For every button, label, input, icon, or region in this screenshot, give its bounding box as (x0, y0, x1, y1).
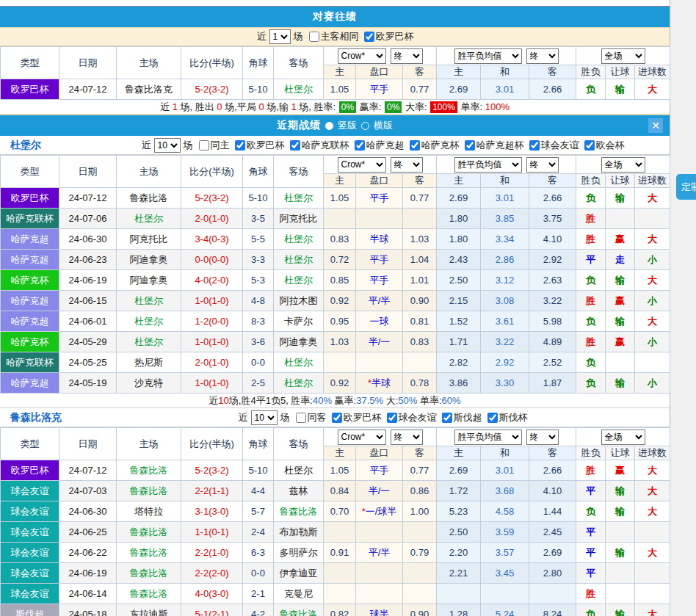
type-cell: 欧罗巴杯 (1, 460, 59, 481)
layout-radio-horizontal[interactable]: 横版 (361, 119, 393, 132)
league-checkbox[interactable]: 斯伐超 (442, 411, 482, 424)
vertical-layout-label: 竖版 (338, 119, 357, 132)
table-row: 哈萨克联杯24-05-25热尼斯2-0(1-0)0-0杜堡尔2.822.922.… (1, 352, 670, 373)
league-checkbox[interactable]: 球会友谊 (387, 411, 437, 424)
checkbox-icon[interactable] (309, 32, 319, 42)
avg-home-cell: 2.50 (437, 270, 481, 291)
score-cell: 5-2(3-2) (181, 188, 243, 209)
near-count-select[interactable]: 1 (269, 29, 291, 44)
checkbox-icon[interactable] (199, 140, 209, 151)
date-cell: 24-07-12 (59, 460, 117, 481)
final-select-2[interactable]: 终 (526, 430, 559, 445)
checkbox-icon[interactable] (355, 140, 365, 151)
crow-select[interactable]: Crow* (338, 157, 386, 173)
checkbox-icon[interactable] (487, 413, 498, 423)
avg-home-cell: 2.69 (437, 460, 481, 481)
league-checkbox[interactable]: 欧会杯 (584, 139, 625, 152)
scope-select[interactable]: 全场 (601, 157, 645, 173)
type-header: 类型 (1, 156, 59, 188)
crow-away-odds-cell: 0.78 (403, 373, 437, 394)
avg-select[interactable]: 胜平负均值 (454, 430, 522, 445)
crow-home-odds-cell (324, 352, 356, 373)
league-checkbox[interactable]: 哈萨克杯 (410, 139, 460, 152)
final-select-2[interactable]: 终 (526, 157, 559, 173)
checkbox-icon[interactable] (290, 140, 300, 151)
league-checkbox[interactable]: 欧罗巴杯 (364, 30, 414, 43)
checkbox-icon[interactable] (442, 413, 452, 423)
radio-unselected-icon[interactable] (361, 122, 369, 130)
checkbox-icon[interactable] (465, 140, 475, 151)
checkbox-icon[interactable] (332, 413, 342, 423)
league-checkbox[interactable]: 哈萨克联杯 (290, 139, 349, 152)
layout-radio-vertical[interactable]: 竖版 (325, 119, 357, 132)
home-header: 主场 (117, 47, 181, 79)
away-team-cell: 阿拉木图 (274, 291, 324, 311)
corner-header: 角球 (243, 47, 274, 79)
league-checkbox[interactable]: 哈萨克超 (355, 139, 405, 152)
score-cell: 2-0(1-0) (181, 352, 243, 373)
checkbox-icon[interactable] (529, 140, 540, 151)
crow-home-odds-cell: 1.03 (324, 332, 356, 352)
home-team-cell: 鲁森比洛 (117, 188, 181, 209)
scope-select[interactable]: 全场 (601, 48, 645, 64)
summary-text: 场,胜4平1负5, 胜率: (229, 394, 313, 407)
final-select[interactable]: 终 (391, 48, 423, 64)
summary-text: 50% (398, 395, 417, 406)
league-checkbox[interactable]: 欧罗巴杯 (235, 139, 285, 152)
checkbox-icon[interactable] (410, 140, 420, 151)
crow-select[interactable]: Crow* (338, 48, 386, 64)
table-row: 欧罗巴杯24-07-12鲁森比洛克5-2(3-2)5-10杜堡尔1.05平手0.… (1, 79, 670, 100)
near-count-select[interactable]: 10 (154, 138, 181, 153)
result-wdl-cell: 胜 (576, 584, 606, 604)
crow-home-odds-cell: 0.95 (324, 311, 356, 332)
checkbox-icon[interactable] (235, 140, 245, 151)
avg-select[interactable]: 胜平负均值 (454, 48, 522, 64)
checkbox-icon[interactable] (387, 413, 397, 423)
final-select[interactable]: 终 (391, 157, 423, 173)
same-venue-checkbox[interactable]: 同客 (296, 411, 327, 424)
radio-selected-icon[interactable] (325, 122, 333, 130)
close-icon[interactable]: ✕ (648, 118, 663, 133)
crow-away-odds-cell: 0.79 (403, 543, 437, 563)
corner-cell: 4-4 (243, 481, 274, 501)
league-checkbox[interactable]: 球会友谊 (529, 139, 579, 152)
avg-away-cell: 2.69 (529, 543, 576, 563)
avg-home-cell: 1.28 (437, 604, 481, 616)
avg-select[interactable]: 胜平负均值 (454, 157, 522, 173)
final-select[interactable]: 终 (391, 430, 423, 445)
summary-text: 大: (383, 394, 398, 407)
checkbox-icon[interactable] (584, 140, 595, 151)
h2h-title: 对赛往绩 (313, 10, 357, 23)
checkbox-icon[interactable] (296, 413, 306, 423)
league-checkbox[interactable]: 欧罗巴杯 (332, 411, 382, 424)
scope-select[interactable]: 全场 (601, 430, 645, 445)
result-group: 全场 (576, 428, 670, 446)
summary-badge: 0% (339, 101, 356, 113)
crow-odds-group: Crow*终 (324, 47, 437, 65)
away-header: 客场 (274, 156, 324, 188)
summary-text: 单率: (458, 101, 485, 114)
date-cell: 24-05-25 (59, 352, 117, 373)
crow-away-odds-cell: 0.81 (403, 311, 437, 332)
summary-text: 37.5% (356, 395, 383, 406)
final-select-2[interactable]: 终 (526, 48, 559, 64)
crow-home-odds-cell: 1.05 (324, 79, 356, 100)
date-cell: 24-05-18 (59, 604, 117, 616)
away-team-cell: 杜堡尔 (274, 250, 324, 270)
home-team-cell: 阿迪拿奥 (117, 270, 181, 291)
near-count-select[interactable]: 10 (251, 410, 278, 425)
customize-side-button[interactable]: 定制 (676, 174, 696, 200)
same-venue-checkbox[interactable]: 主客相同 (309, 30, 359, 43)
checkbox-icon[interactable] (364, 32, 374, 42)
home-team-cell: 鲁森比洛 (117, 543, 181, 563)
crow-home-odds-cell: 0.72 (324, 250, 356, 270)
same-venue-checkbox[interactable]: 同主 (199, 139, 230, 152)
score-header: 比分(半场) (181, 47, 243, 79)
league-checkbox[interactable]: 哈萨克超杯 (465, 139, 524, 152)
team-title: 杜堡尔 (10, 139, 41, 152)
league-checkbox[interactable]: 斯伐杯 (487, 411, 528, 424)
avg-draw-cell: 3.68 (481, 481, 529, 501)
crow-away-odds-cell: 0.90 (403, 604, 437, 616)
sub-header-cell: 盘口 (356, 65, 403, 79)
crow-select[interactable]: Crow* (338, 430, 386, 445)
